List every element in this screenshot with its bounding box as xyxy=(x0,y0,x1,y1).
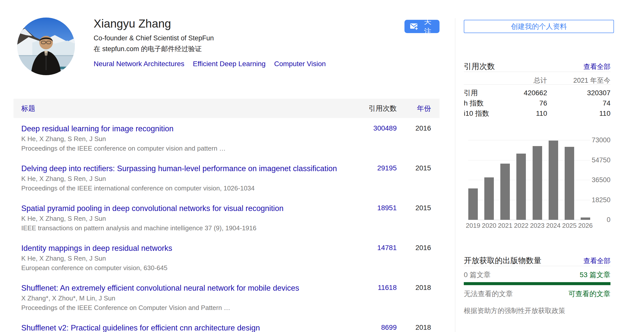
articles-header-row: 标题 引用次数 年份 xyxy=(14,99,440,118)
article-cited-cell: 29195 xyxy=(344,158,397,198)
stats-col-since: 2021 年至今 xyxy=(547,76,610,85)
citation-bar-2022[interactable] xyxy=(516,154,526,220)
citation-bar-2020[interactable] xyxy=(484,177,494,220)
article-cited-cell: 14781 xyxy=(344,238,397,277)
article-row: Shufflenet: An extremely efficient convo… xyxy=(14,277,440,317)
article-citations-link[interactable]: 14781 xyxy=(377,244,397,252)
article-authors: X Zhang*, X Zhou*, M Lin, J Sun xyxy=(21,294,344,302)
citation-bar-2023[interactable] xyxy=(533,146,542,220)
article-cited-cell: 300489 xyxy=(344,118,397,158)
article-year: 2018 xyxy=(397,317,440,332)
article-authors: K He, X Zhang, S Ren, J Sun xyxy=(21,175,344,183)
article-year: 2015 xyxy=(397,198,440,238)
article-title-link[interactable]: Shufflenet v2: Practical guidelines for … xyxy=(21,323,260,332)
citations-per-year-chart: 018250365005475073000 201920202021202220… xyxy=(464,137,610,230)
article-title-link[interactable]: Deep residual learning for image recogni… xyxy=(21,124,173,133)
chart-y-tick-54750: 54750 xyxy=(592,156,610,164)
chart-x-tick-2019: 2019 xyxy=(468,222,478,230)
sort-by-citations-label: 引用次数 xyxy=(369,104,397,112)
article-citations-link[interactable]: 29195 xyxy=(377,164,397,172)
interest-link-2[interactable]: Efficient Deep Learning xyxy=(193,60,266,68)
chart-plot-area xyxy=(468,140,590,220)
citation-bar-2021[interactable] xyxy=(500,164,510,220)
chart-x-axis: 20192020202120222023202420252026 xyxy=(468,222,590,230)
stats-value-total: 110 xyxy=(510,109,547,118)
follow-email-icon xyxy=(410,22,418,31)
sort-by-title-link[interactable]: 标题 xyxy=(21,104,35,112)
article-venue: Proceedings of the IEEE conference on co… xyxy=(21,145,344,152)
article-citations-link[interactable]: 11618 xyxy=(378,284,397,291)
follow-button[interactable]: 关注 xyxy=(404,20,440,33)
article-venue: Proceedings of the IEEE international co… xyxy=(21,184,344,192)
article-row: Identity mappings in deep residual netwo… xyxy=(14,238,440,277)
unavailable-articles-label: 无法查看的文章 xyxy=(464,289,513,299)
create-profile-button[interactable]: 创建我的个人资料 xyxy=(464,20,614,33)
profile-info: Xiangyu Zhang Co-founder & Chief Scienti… xyxy=(94,17,334,68)
article-title-cell: Delving deep into rectifiers: Surpassing… xyxy=(14,158,344,198)
chart-x-tick-2023: 2023 xyxy=(533,222,542,230)
chart-gridline-0 xyxy=(468,220,590,220)
funding-mandate-note: 根据资助方的强制性开放获取政策 xyxy=(464,306,610,315)
follow-button-label: 关注 xyxy=(421,16,434,37)
avatar[interactable] xyxy=(17,18,75,75)
article-title-cell: Deep residual learning for image recogni… xyxy=(14,118,344,158)
article-title-cell: Spatial pyramid pooling in deep convolut… xyxy=(14,198,344,238)
article-title-cell: Identity mappings in deep residual netwo… xyxy=(14,238,344,277)
open-access-section: 开放获取的出版物数量 查看全部 0 篇文章 53 篇文章 无法查看的文章 可查看… xyxy=(464,255,610,315)
chart-y-tick-0: 0 xyxy=(607,216,610,224)
profile-affiliation: Co-founder & Chief Scientist of StepFun xyxy=(94,34,334,42)
stats-value-total: 76 xyxy=(510,99,547,107)
article-cited-cell: 8699 xyxy=(344,317,397,332)
available-article-count[interactable]: 53 篇文章 xyxy=(580,270,610,280)
chart-y-tick-73000: 73000 xyxy=(592,136,610,144)
stats-column-headers: 总计 2021 年至今 xyxy=(464,76,610,84)
article-venue: European conference on computer vision, … xyxy=(21,264,344,272)
article-row: Shufflenet v2: Practical guidelines for … xyxy=(14,317,440,332)
stats-value-total: 420662 xyxy=(510,89,547,97)
available-articles-label[interactable]: 可查看的文章 xyxy=(568,289,610,299)
scholar-profile-page: Xiangyu Zhang Co-founder & Chief Scienti… xyxy=(0,0,644,332)
article-cited-cell: 11618 xyxy=(344,277,397,317)
article-title-cell: Shufflenet: An extremely efficient convo… xyxy=(14,277,344,317)
cited-by-view-all-link[interactable]: 查看全部 xyxy=(583,62,610,71)
main-content: Xiangyu Zhang Co-founder & Chief Scienti… xyxy=(14,10,440,332)
vertical-divider xyxy=(455,18,455,332)
chart-x-tick-2026: 2026 xyxy=(581,222,590,230)
article-row: Delving deep into rectifiers: Surpassing… xyxy=(14,158,440,198)
interest-link-3[interactable]: Computer Vision xyxy=(274,60,326,68)
article-authors: K He, X Zhang, S Ren, J Sun xyxy=(21,215,344,223)
stats-label: i10 指数 xyxy=(464,109,510,118)
article-venue: IEEE transactions on pattern analysis an… xyxy=(21,224,344,232)
article-year: 2016 xyxy=(397,118,440,158)
article-title-link[interactable]: Shufflenet: An extremely efficient convo… xyxy=(21,284,299,293)
citation-stats-table: 引用420662320307h 指数7674i10 指数110110 xyxy=(464,88,610,119)
article-authors: K He, X Zhang, S Ren, J Sun xyxy=(21,255,344,262)
citation-bar-2024[interactable] xyxy=(549,141,558,220)
stats-row: i10 指数110110 xyxy=(464,108,610,119)
articles-table: 标题 引用次数 年份 Deep residual learning for im… xyxy=(14,99,440,332)
chart-bars xyxy=(468,140,590,220)
article-title-link[interactable]: Identity mappings in deep residual netwo… xyxy=(21,244,172,253)
article-citations-link[interactable]: 18951 xyxy=(377,204,397,212)
interest-links: Neural Network ArchitecturesEfficient De… xyxy=(94,60,334,68)
article-citations-link[interactable]: 8699 xyxy=(381,323,397,331)
stats-value-since: 110 xyxy=(547,109,610,118)
stats-col-total: 总计 xyxy=(510,76,547,85)
article-title-link[interactable]: Spatial pyramid pooling in deep convolut… xyxy=(21,204,284,213)
open-access-view-all-link[interactable]: 查看全部 xyxy=(583,256,610,265)
citation-bar-2026[interactable] xyxy=(581,217,590,220)
cited-by-section: 引用次数 查看全部 总计 2021 年至今 引用420662320307h 指数… xyxy=(464,61,610,230)
chart-x-tick-2024: 2024 xyxy=(549,222,558,230)
stats-row: h 指数7674 xyxy=(464,98,610,108)
citation-bar-2025[interactable] xyxy=(565,147,574,220)
open-access-progress-bar xyxy=(464,282,610,285)
article-title-link[interactable]: Delving deep into rectifiers: Surpassing… xyxy=(21,164,337,173)
article-authors: K He, X Zhang, S Ren, J Sun xyxy=(21,135,344,143)
citation-bar-2019[interactable] xyxy=(468,188,478,220)
sort-by-year-link[interactable]: 年份 xyxy=(417,104,431,112)
article-citations-link[interactable]: 300489 xyxy=(373,124,397,132)
interest-link-1[interactable]: Neural Network Architectures xyxy=(94,60,184,68)
article-row: Deep residual learning for image recogni… xyxy=(14,118,440,158)
article-year: 2018 xyxy=(397,277,440,317)
article-year: 2016 xyxy=(397,238,440,277)
